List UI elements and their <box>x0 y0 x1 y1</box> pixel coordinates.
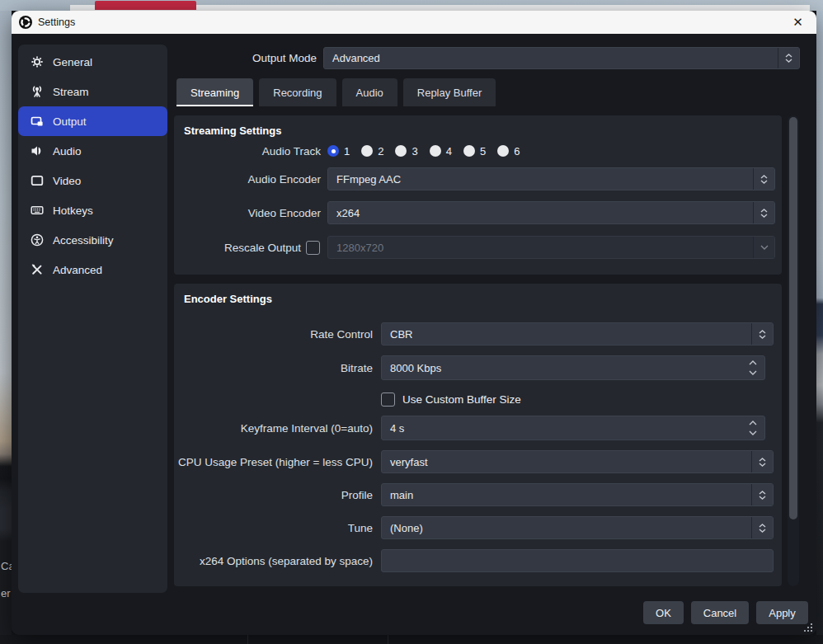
resize-grip-icon[interactable] <box>804 623 812 632</box>
audio-track-radio-3[interactable]: 3 <box>395 145 417 157</box>
sidebar-item-label: General <box>53 56 92 68</box>
audio-track-radios: 1 2 3 4 5 6 <box>327 145 520 157</box>
dialog-body: General Stream Output <box>12 34 816 635</box>
sidebar-item-output[interactable]: Output <box>18 106 167 136</box>
sidebar-item-stream[interactable]: Stream <box>18 77 167 106</box>
spinner-arrows-icon[interactable] <box>749 356 757 379</box>
section-title: Encoder Settings <box>184 293 272 305</box>
sidebar-item-label: Video <box>53 175 81 187</box>
x264-options-label: x264 Options (separated by space) <box>174 555 373 567</box>
tab-replay-buffer[interactable]: Replay Buffer <box>403 78 496 106</box>
monitor-icon <box>31 174 44 187</box>
cancel-button[interactable]: Cancel <box>691 601 749 624</box>
settings-dialog: Settings ✕ General Stream <box>12 11 816 635</box>
bitrate-spinner[interactable]: 8000 Kbps <box>381 355 765 380</box>
sidebar: General Stream Output <box>18 45 167 593</box>
bitrate-label: Bitrate <box>174 362 373 374</box>
chevron-up-down-icon <box>751 323 773 345</box>
radio-icon <box>395 145 407 157</box>
tab-recording[interactable]: Recording <box>259 78 336 106</box>
chevron-up-down-icon <box>751 484 773 505</box>
accessibility-icon <box>31 233 44 247</box>
profile-value: main <box>382 484 751 505</box>
sidebar-item-video[interactable]: Video <box>18 166 167 195</box>
use-custom-buffer-checkbox[interactable] <box>381 393 395 407</box>
audio-encoder-label: Audio Encoder <box>174 173 321 186</box>
tools-icon <box>31 263 44 276</box>
spinner-arrows-icon[interactable] <box>749 416 757 440</box>
audio-encoder-select[interactable]: FFmpeg AAC <box>327 167 775 190</box>
chevron-up-down-icon <box>751 451 773 472</box>
radio-label: 3 <box>412 145 417 157</box>
streaming-settings-panel: Streaming Settings Audio Track 1 2 3 4 5… <box>174 115 782 275</box>
profile-select[interactable]: main <box>381 483 774 506</box>
cpu-usage-preset-select[interactable]: veryfast <box>381 450 774 473</box>
background-divider <box>388 635 388 644</box>
sidebar-item-accessibility[interactable]: Accessibility <box>18 225 167 255</box>
apply-button[interactable]: Apply <box>756 601 808 624</box>
desktop-background-bottom <box>0 635 823 644</box>
tab-streaming[interactable]: Streaming <box>176 78 253 106</box>
background-text-fragment: er <box>1 587 11 599</box>
keyboard-icon <box>31 204 44 217</box>
rescale-output-select[interactable]: 1280x720 <box>327 236 775 259</box>
encoder-settings-panel: Encoder Settings Rate Control CBR Bitrat… <box>174 284 782 586</box>
tune-select[interactable]: (None) <box>381 516 774 539</box>
video-encoder-label: Video Encoder <box>174 207 321 219</box>
video-encoder-value: x264 <box>328 202 753 223</box>
chevron-up-down-icon <box>753 168 774 190</box>
window-title: Settings <box>38 16 75 28</box>
titlebar[interactable]: Settings ✕ <box>12 11 816 34</box>
radio-label: 4 <box>446 145 452 157</box>
scrollbar-thumb[interactable] <box>789 117 797 519</box>
audio-encoder-value: FFmpeg AAC <box>328 168 753 190</box>
tab-audio[interactable]: Audio <box>342 78 397 106</box>
radio-icon <box>327 145 339 157</box>
chevron-down-icon <box>753 237 774 258</box>
output-mode-value: Advanced <box>324 48 778 68</box>
keyframe-interval-spinner[interactable]: 4 s <box>381 416 765 440</box>
sidebar-item-label: Advanced <box>53 264 102 276</box>
sidebar-item-general[interactable]: General <box>18 47 167 77</box>
profile-label: Profile <box>174 489 373 501</box>
sidebar-item-audio[interactable]: Audio <box>18 136 167 166</box>
sidebar-item-advanced[interactable]: Advanced <box>18 255 167 284</box>
rate-control-value: CBR <box>382 323 751 345</box>
sidebar-item-label: Output <box>53 115 87 128</box>
bitrate-value: 8000 Kbps <box>382 362 764 374</box>
obs-logo-icon <box>19 16 32 29</box>
keyframe-interval-value: 4 s <box>382 422 764 435</box>
rescale-output-label: Rescale Output <box>174 242 301 254</box>
rescale-output-checkbox[interactable] <box>306 241 320 255</box>
radio-label: 6 <box>514 145 520 157</box>
chevron-up-down-icon <box>778 48 799 68</box>
rescale-output-value: 1280x720 <box>328 237 753 258</box>
audio-track-radio-4[interactable]: 4 <box>430 145 452 157</box>
desktop-background-top <box>0 0 823 11</box>
ok-button[interactable]: OK <box>643 601 684 624</box>
video-encoder-select[interactable]: x264 <box>327 201 775 224</box>
background-red-bar <box>95 1 196 10</box>
section-title: Streaming Settings <box>184 125 281 137</box>
radio-label: 2 <box>378 145 383 157</box>
audio-track-radio-5[interactable]: 5 <box>463 145 486 157</box>
radio-label: 1 <box>344 145 350 157</box>
radio-icon <box>430 145 441 157</box>
sidebar-item-label: Audio <box>53 145 82 157</box>
keyframe-interval-label: Keyframe Interval (0=auto) <box>174 422 373 435</box>
rate-control-select[interactable]: CBR <box>381 322 774 346</box>
x264-options-input[interactable] <box>381 549 774 572</box>
sidebar-item-hotkeys[interactable]: Hotkeys <box>18 195 167 225</box>
close-icon[interactable]: ✕ <box>779 11 816 34</box>
desktop-background-right <box>816 11 823 635</box>
footer-buttons: OK Cancel Apply <box>643 601 808 624</box>
chevron-up-down-icon <box>753 202 774 223</box>
audio-track-radio-2[interactable]: 2 <box>361 145 383 157</box>
audio-track-radio-6[interactable]: 6 <box>497 145 520 157</box>
audio-track-radio-1[interactable]: 1 <box>327 145 350 157</box>
cpu-usage-preset-label: CPU Usage Preset (higher = less CPU) <box>174 456 373 468</box>
desktop-background-left: Ca er <box>0 11 12 635</box>
speaker-icon <box>31 144 44 157</box>
output-mode-select[interactable]: Advanced <box>323 47 800 69</box>
chevron-up-down-icon <box>751 517 773 538</box>
